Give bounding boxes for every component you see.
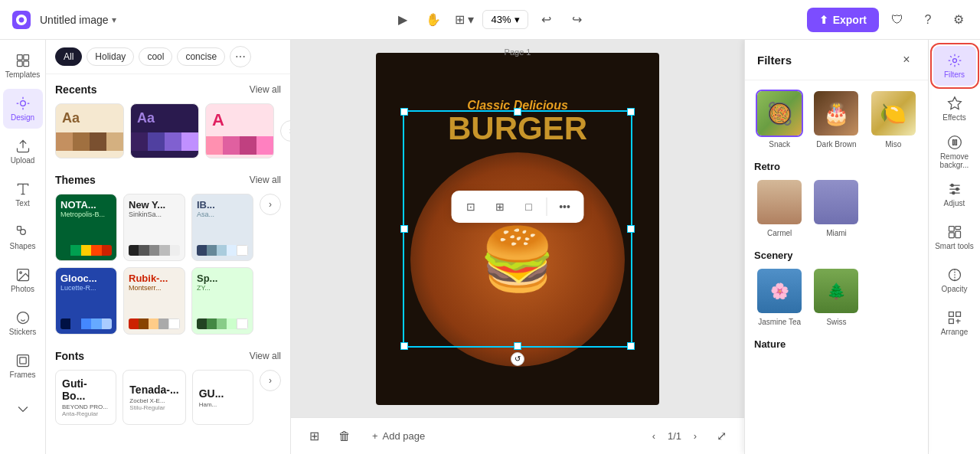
sidebar-item-uploads[interactable]: Upload [3,132,43,171]
help-icon[interactable]: ? [916,8,940,32]
export-button[interactable]: ⬆ Export [807,8,879,32]
recent-item-3[interactable]: A [205,103,274,158]
scenery-section-title: Scenery [754,250,919,261]
zoom-control[interactable]: 43% ▾ [482,10,528,29]
filter-tab-holiday[interactable]: Holiday [87,47,134,66]
right-panel-adjust[interactable]: Adjust [933,175,976,214]
canva-shield-icon[interactable]: 🛡 [885,8,910,32]
themes-section: Themes View all NOTA... Metropolis-B... [55,174,281,335]
topbar-center: ▶ ✋ ⊞ ▾ 43% ▾ ↩ ↪ [253,8,727,32]
theme-item-6[interactable]: Sp... ZY... [191,267,253,335]
more-options-button[interactable]: ••• [554,195,577,218]
filter-grid-scenery: 🌸 Jasmine Tea 🌲 Swiss [754,267,919,326]
filter-tab-concise[interactable]: concise [177,47,225,66]
grid-view-icon[interactable]: ⊞ [303,426,325,447]
sidebar-item-design[interactable]: Design [3,89,43,129]
redo-button[interactable]: ↪ [565,8,590,32]
sidebar-item-templates[interactable]: Templates [3,46,43,86]
arrange-rp-label: Arrange [941,328,969,336]
theme-item-1[interactable]: NOTA... Metropolis-B... [55,194,117,261]
sidebar-item-more[interactable] [3,389,43,429]
canvas-scroll[interactable]: Classic Delicious BURGER 🍔 [291,40,744,417]
svg-point-5 [20,101,25,106]
themes-view-all[interactable]: View all [250,175,281,185]
filters-close-button[interactable]: × [897,51,916,69]
theme-item-3[interactable]: IB... Asa... [191,194,253,261]
theme-item-5[interactable]: Rubik-... Montserr... [123,267,185,335]
font-item-3[interactable]: GU... Ham... [192,370,253,425]
recent-item-1[interactable]: Aa [55,103,124,158]
pan-tool-button[interactable]: ✋ [421,8,446,32]
recents-arrow-right[interactable]: › [280,120,290,142]
svg-rect-23 [956,312,960,317]
canvas-bottom-bar: ⊞ 🗑 + Add page ‹ 1/1 › ⤢ [291,417,744,454]
next-page-button[interactable]: › [686,427,704,446]
add-page-button[interactable]: + Add page [364,426,433,446]
canvas-area: Page 1 Classic Delicious BURGER 🍔 [291,40,744,454]
miso-label: Miso [885,140,901,149]
sidebar-item-frames[interactable]: Frames [3,346,43,386]
trash-icon[interactable]: 🗑 [334,426,355,447]
sidebar-item-text[interactable]: Text [3,175,43,214]
right-panel-filters[interactable]: Filters [933,46,976,86]
edit-button[interactable]: □ [518,195,541,218]
canvas-design[interactable]: Classic Delicious BURGER 🍔 [376,53,659,405]
right-panel-arrange[interactable]: Arrange [933,303,976,343]
remove-bg-rp-label: Remove backgr... [933,152,976,169]
recent-item-2[interactable]: Aa [130,103,199,158]
fullscreen-button[interactable]: ⤢ [710,426,732,447]
svg-rect-20 [955,231,960,237]
themes-grid: NOTA... Metropolis-B... New Y... SinkinS… [55,194,253,335]
font-item-2[interactable]: Tenada-... Zocbel X-E... Stilu-Regular [122,370,185,425]
filter-dark-brown[interactable]: 🎂 Dark Brown [811,90,861,149]
swiss-thumb: 🌲 [812,267,860,315]
fonts-view-all[interactable]: View all [250,351,281,361]
right-panel-opacity[interactable]: Opacity [933,260,976,300]
burger-image: 🍔 [410,152,625,367]
canvas-bottom-right: ‹ 1/1 › ⤢ [645,426,732,447]
present-button[interactable]: ▶ [390,8,415,32]
add-icon: + [372,430,378,442]
view-options-button[interactable]: ⊞ ▾ [452,8,476,32]
svg-rect-3 [17,61,22,67]
icon-sidebar: Templates Design Upload Text Shapes Phot… [0,40,46,454]
recents-view-all[interactable]: View all [250,84,281,95]
uploads-label: Upload [11,156,35,165]
filter-tab-all[interactable]: All [55,47,82,66]
sidebar-item-stickers[interactable]: Stickers [3,303,43,343]
font-item-1[interactable]: Guti-Bo... BEYOND PRO... Anta-Regular [55,370,116,425]
canva-logo[interactable] [9,8,34,32]
miami-thumb [812,178,860,226]
sidebar-item-shapes[interactable]: Shapes [3,217,43,257]
sidebar-item-photos[interactable]: Photos [3,260,43,300]
file-title-area[interactable]: Untitled image ▾ [40,14,116,26]
fonts-grid: Guti-Bo... BEYOND PRO... Anta-Regular Te… [55,370,253,425]
right-panel-remove-bg[interactable]: Remove backgr... [933,132,976,171]
filter-swiss[interactable]: 🌲 Swiss [811,267,861,326]
filter-miso[interactable]: 🍋 Miso [868,90,919,149]
theme-item-2[interactable]: New Y... SinkinSa... [123,194,185,261]
theme-item-4[interactable]: Glooc... Lucette-R... [55,267,117,335]
recents-header: Recents View all [55,83,281,96]
filter-tabs-more-button[interactable]: ⋯ [230,46,251,67]
right-panel-effects[interactable]: Effects [933,89,976,129]
prev-page-button[interactable]: ‹ [645,427,663,446]
filter-snack[interactable]: 🥘 Snack [754,90,805,149]
export-icon: ⬆ [819,14,828,26]
undo-button[interactable]: ↩ [534,8,559,32]
filter-tab-cool[interactable]: cool [139,47,172,66]
grid-button[interactable]: ⊞ [488,195,511,218]
recents-row: Aa Aa [55,103,281,158]
fonts-arrow-right[interactable]: › [260,370,281,391]
opacity-rp-label: Opacity [942,285,968,293]
settings-icon[interactable]: ⚙ [946,8,971,32]
dark-brown-label: Dark Brown [816,140,856,149]
filter-jasmine-tea[interactable]: 🌸 Jasmine Tea [754,267,805,326]
crop-button[interactable]: ⊡ [459,195,482,218]
themes-arrow-right[interactable]: › [260,194,281,215]
filter-carmel[interactable]: Carmel [754,178,805,237]
swiss-label: Swiss [826,318,846,326]
right-panel-smart-tools[interactable]: Smart tools [933,217,976,257]
themes-header: Themes View all [55,174,281,186]
filter-miami[interactable]: Miami [811,178,861,237]
